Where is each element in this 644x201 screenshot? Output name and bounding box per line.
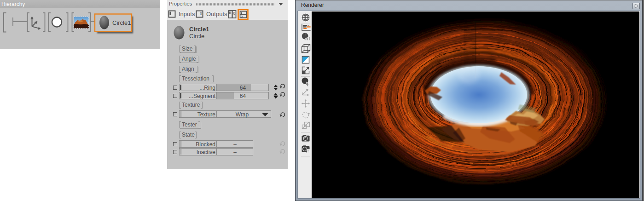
svg-text:o: o	[241, 14, 243, 18]
svg-text:0: 0	[200, 11, 202, 16]
svg-text:0: 0	[233, 11, 236, 16]
svg-text:Circle1: Circle1	[112, 19, 131, 26]
svg-text:Circle1: Circle1	[189, 26, 209, 33]
svg-text:Circle: Circle	[189, 33, 204, 40]
